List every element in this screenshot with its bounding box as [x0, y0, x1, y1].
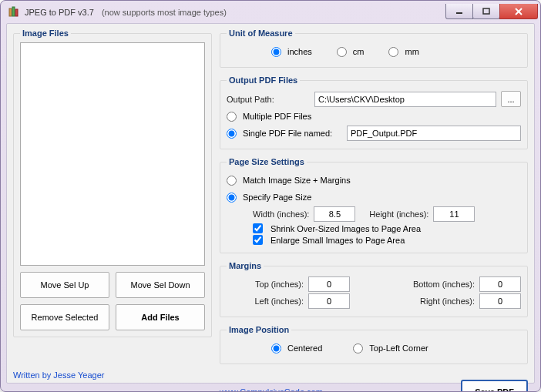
unit-group: Unit of Measure inches cm mm: [220, 28, 528, 68]
remove-selected-button[interactable]: Remove Selected: [20, 304, 109, 330]
margin-top-input[interactable]: [308, 276, 350, 292]
output-legend: Output PDF Files: [227, 75, 300, 85]
enlarge-checkbox[interactable]: Enlarge Small Images to Page Area: [227, 235, 521, 245]
move-sel-up-button[interactable]: Move Sel Up: [20, 272, 109, 298]
margin-left-input[interactable]: [308, 293, 350, 309]
single-pdf-radio[interactable]: Single PDF File named:: [227, 126, 342, 141]
margins-legend: Margins: [227, 261, 264, 270]
svg-rect-4: [483, 8, 489, 14]
output-path-label: Output Path:: [227, 95, 310, 104]
minimize-button[interactable]: [445, 4, 473, 19]
unit-mm-radio[interactable]: mm: [388, 44, 418, 59]
svg-rect-1: [12, 7, 15, 16]
svg-rect-2: [15, 9, 18, 16]
save-pdf-button[interactable]: Save PDF: [461, 380, 528, 392]
margin-bottom-label: Bottom (inches):: [401, 280, 475, 289]
height-label: Height (inches):: [369, 209, 428, 219]
shrink-checkbox[interactable]: Shrink Over-Sized Images to Page Area: [227, 223, 521, 233]
site-link[interactable]: www.CompulsiveCode.com: [220, 387, 323, 392]
image-files-group: Image Files Move Sel Up Move Sel Down Re…: [13, 28, 212, 337]
margins-group: Margins Top (inches): Bottom (inches): L…: [220, 261, 528, 317]
margin-top-label: Top (inches):: [245, 280, 304, 289]
single-pdf-name-input[interactable]: [347, 126, 521, 141]
app-window: JPEG to PDF v3.7 (now supports most imag…: [0, 0, 541, 392]
margin-right-input[interactable]: [479, 293, 521, 309]
app-icon: [8, 6, 20, 18]
height-input[interactable]: [433, 206, 475, 222]
image-position-legend: Image Position: [227, 325, 291, 334]
margin-left-label: Left (inches):: [245, 297, 304, 306]
unit-inches-radio[interactable]: inches: [271, 44, 312, 59]
margin-bottom-input[interactable]: [479, 276, 521, 292]
client-area: Image Files Move Sel Up Move Sel Down Re…: [6, 23, 535, 384]
unit-legend: Unit of Measure: [227, 28, 295, 38]
unit-cm-radio[interactable]: cm: [337, 44, 365, 59]
author-link[interactable]: Written by Jesse Yeager: [13, 370, 104, 380]
image-files-legend: Image Files: [20, 28, 71, 38]
file-listbox[interactable]: [20, 42, 205, 266]
page-size-group: Page Size Settings Match Image Size + Ma…: [220, 157, 528, 253]
window-title: JPEG to PDF v3.7 (now supports most imag…: [25, 7, 227, 18]
page-size-legend: Page Size Settings: [227, 157, 307, 166]
centered-radio[interactable]: Centered: [271, 340, 322, 356]
close-button[interactable]: [499, 4, 538, 19]
output-group: Output PDF Files Output Path: ... Multip…: [220, 75, 528, 149]
multiple-pdf-radio[interactable]: Multiple PDF Files: [227, 109, 521, 124]
topleft-radio[interactable]: Top-Left Corner: [353, 340, 428, 356]
svg-rect-0: [9, 8, 12, 16]
browse-button[interactable]: ...: [501, 91, 521, 107]
output-path-input[interactable]: [314, 92, 496, 107]
maximize-button[interactable]: [472, 4, 500, 19]
specify-size-radio[interactable]: Specify Page Size: [227, 189, 521, 205]
width-input[interactable]: [314, 206, 355, 222]
margin-right-label: Right (inches):: [401, 297, 475, 306]
titlebar[interactable]: JPEG to PDF v3.7 (now supports most imag…: [2, 2, 539, 23]
add-files-button[interactable]: Add Files: [116, 304, 205, 330]
move-sel-down-button[interactable]: Move Sel Down: [116, 272, 205, 298]
width-label: Width (inches):: [253, 209, 309, 219]
image-position-group: Image Position Centered Top-Left Corner: [220, 325, 528, 364]
match-size-radio[interactable]: Match Image Size + Margins: [227, 173, 521, 188]
